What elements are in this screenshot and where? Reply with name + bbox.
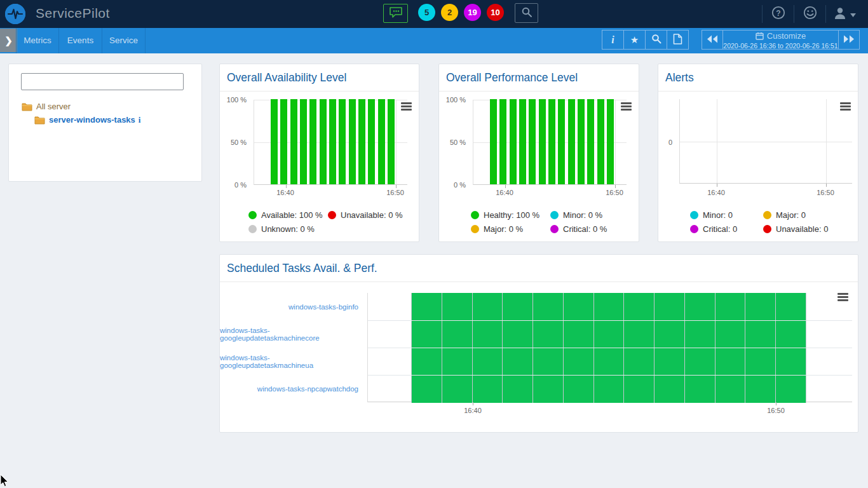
alerts-card: Alerts 0 16:40 16:50 Minor: 0Major: 0Cri…	[658, 64, 858, 242]
x-tick: 16:50	[602, 189, 627, 196]
time-prev-button[interactable]	[702, 30, 723, 50]
chart-bar	[309, 99, 316, 184]
tree-node-all-server[interactable]: All server	[9, 100, 201, 113]
heatmap-cell	[745, 293, 775, 320]
heatmap-cell	[715, 348, 745, 376]
availability-legend: Available: 100 %Unavailable: 0 %Unknown:…	[248, 208, 403, 235]
heatmap-cell	[776, 321, 806, 348]
chat-button[interactable]	[383, 4, 408, 23]
server-tree-panel: All serverserver-windows-tasksi	[8, 64, 202, 182]
header-search-button[interactable]	[515, 3, 538, 23]
legend-item[interactable]: Minor: 0 %	[550, 208, 607, 221]
heatmap-row-label[interactable]: windows-tasks-googleupdatetaskmachinecor…	[220, 320, 358, 348]
info-icon[interactable]: i	[139, 115, 141, 125]
chart-bar	[529, 99, 536, 184]
legend-item[interactable]: Unavailable: 0	[763, 222, 828, 235]
time-range-button[interactable]: Customize 2020-06-26 16:36 to 2020-06-26…	[722, 30, 839, 50]
x-tick: 16:40	[703, 189, 729, 196]
tree-filter-input[interactable]	[21, 73, 184, 90]
chat-bubble-icon	[389, 6, 403, 20]
tree-node-label: All server	[36, 102, 71, 111]
tab-service[interactable]: Service	[102, 28, 146, 53]
chart-bar	[290, 99, 297, 184]
report-button[interactable]	[667, 30, 689, 50]
header-right-icons: ?	[762, 0, 863, 28]
heatmap-cell	[745, 348, 775, 376]
chart-menu-icon[interactable]	[837, 293, 848, 301]
document-icon	[673, 34, 682, 46]
chevron-right-icon: ❯	[4, 35, 13, 46]
heatmap-cell	[533, 321, 563, 348]
heatmap-cell	[564, 376, 593, 403]
nav-bar: ❯ MetricsEventsService i ★	[0, 28, 868, 53]
tab-metrics[interactable]: Metrics	[16, 28, 59, 53]
legend-dot-icon	[690, 225, 698, 233]
help-button[interactable]: ?	[763, 0, 794, 28]
chart-menu-icon[interactable]	[621, 102, 632, 111]
folder-icon	[22, 102, 32, 111]
availability-chart-plot	[254, 100, 407, 185]
chart-bar	[490, 99, 497, 184]
heatmap-cell	[654, 348, 684, 376]
chevron-down-icon	[850, 8, 856, 20]
heatmap-cell	[685, 376, 715, 403]
heatmap-cell	[685, 348, 715, 376]
legend-label: Unavailable: 0 %	[341, 210, 403, 220]
heatmap-cell	[654, 376, 684, 403]
legend-item[interactable]: Available: 100 %	[248, 208, 328, 221]
legend-item[interactable]: Unavailable: 0 %	[328, 208, 403, 221]
notification-badge[interactable]: 5	[418, 4, 435, 21]
chart-menu-icon[interactable]	[401, 102, 412, 111]
notification-badges: 521910	[418, 4, 504, 21]
y-tick: 50 %	[442, 139, 466, 146]
x-tick: 16:40	[459, 407, 487, 414]
time-next-button[interactable]	[838, 30, 860, 50]
legend-item[interactable]: Major: 0 %	[471, 222, 550, 235]
calendar-icon	[756, 32, 764, 42]
notification-badge[interactable]: 2	[441, 4, 458, 21]
notification-badge[interactable]: 10	[487, 4, 504, 21]
heatmap-cell	[624, 376, 654, 403]
heatmap-cell	[594, 348, 624, 376]
alerts-chart-plot	[679, 99, 852, 184]
legend-item[interactable]: Minor: 0	[690, 208, 763, 221]
heatmap-row-label[interactable]: windows-tasks-googleupdatetaskmachineua	[220, 348, 358, 375]
chart-menu-icon[interactable]	[840, 102, 851, 111]
performance-chart-plot	[473, 100, 627, 185]
heatmap-strip	[411, 376, 806, 403]
heatmap-cell	[442, 293, 472, 320]
heatmap-cell	[715, 293, 745, 320]
smiley-icon	[803, 6, 817, 22]
scheduled-tasks-card: Scheduled Tasks Avail. & Perf. windows-t…	[219, 254, 858, 433]
heatmap-cell	[685, 321, 715, 348]
legend-item[interactable]: Critical: 0	[690, 222, 763, 235]
x-tick: 16:40	[273, 189, 298, 196]
card-title: Alerts	[658, 64, 858, 92]
info-button[interactable]: i	[602, 30, 624, 50]
search-button[interactable]	[645, 30, 667, 50]
tab-events[interactable]: Events	[59, 28, 102, 53]
heatmap-row-label[interactable]: windows-tasks-npcapwatchdog	[220, 375, 358, 402]
chart-bar	[320, 99, 327, 184]
tree-node-server-windows-tasks[interactable]: server-windows-tasksi	[9, 113, 201, 126]
feedback-button[interactable]	[794, 0, 825, 28]
legend-dot-icon	[328, 211, 336, 219]
heatmap-row-label[interactable]: windows-tasks-bginfo	[220, 293, 358, 320]
heatmap-cell	[473, 293, 503, 320]
user-menu-button[interactable]	[826, 0, 863, 28]
legend-item[interactable]: Critical: 0 %	[550, 222, 607, 235]
y-tick: 50 %	[222, 139, 247, 146]
chart-bar	[587, 99, 594, 184]
legend-dot-icon	[763, 225, 771, 233]
favorite-button[interactable]: ★	[623, 30, 646, 50]
chart-bar	[388, 99, 395, 184]
legend-item[interactable]: Unknown: 0 %	[248, 222, 328, 235]
notification-badge[interactable]: 19	[464, 4, 481, 21]
servicepilot-logo-icon[interactable]	[5, 4, 25, 24]
legend-item[interactable]: Major: 0	[763, 208, 828, 221]
heatmap-cell	[594, 293, 624, 320]
sidebar-expander-button[interactable]: ❯	[0, 29, 17, 52]
user-icon	[834, 7, 846, 22]
nav-tools: i ★	[602, 30, 689, 50]
legend-item[interactable]: Healthy: 100 %	[471, 208, 550, 221]
